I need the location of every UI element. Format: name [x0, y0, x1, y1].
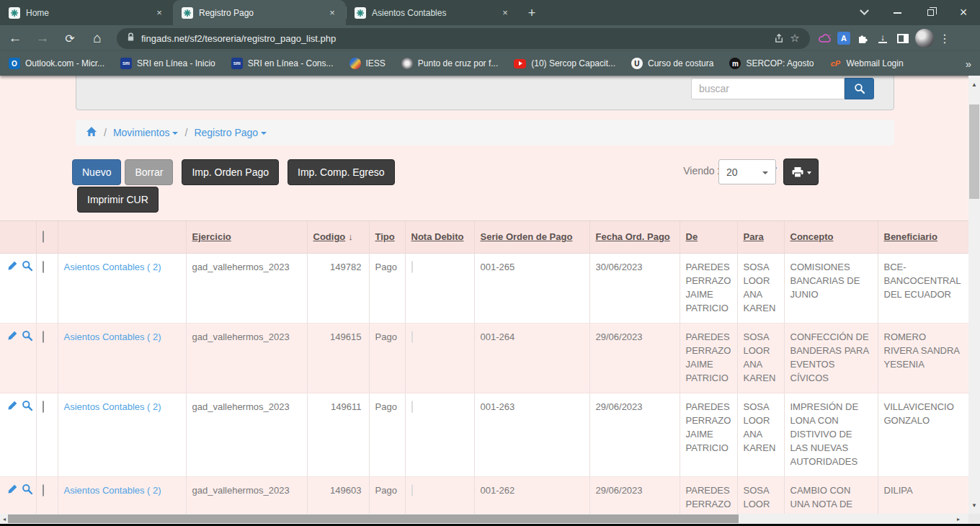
profile-avatar[interactable]: [915, 29, 934, 48]
header-para[interactable]: Para: [737, 221, 784, 253]
side-panel-icon[interactable]: [895, 30, 911, 46]
nuevo-button[interactable]: Nuevo: [72, 159, 121, 185]
cell-tipo: Pago: [369, 253, 405, 323]
cell-asientos-link[interactable]: Asientos Contables ( 2): [58, 476, 186, 514]
row-checkbox[interactable]: [43, 261, 44, 273]
back-icon[interactable]: ←: [3, 27, 27, 49]
minimize-icon[interactable]: [881, 0, 914, 25]
view-icon[interactable]: [22, 483, 33, 499]
row-checkbox[interactable]: [43, 401, 44, 413]
tab-registro-pago[interactable]: Registro Pago ×: [173, 0, 346, 25]
view-icon[interactable]: [22, 260, 33, 275]
scroll-up-icon[interactable]: ▲: [968, 79, 980, 90]
cell-asientos-link[interactable]: Asientos Contables ( 2): [58, 323, 186, 393]
edit-icon[interactable]: [7, 483, 18, 499]
vertical-scrollbar[interactable]: ▲ ▼: [968, 76, 980, 514]
table-row: Asientos Contables ( 2) gad_vallehermos_…: [0, 253, 968, 323]
filter-panel: [76, 76, 894, 110]
header-de[interactable]: De: [680, 221, 737, 253]
cell-beneficiario: ROMERO RIVERA SANDRA YESENIA: [878, 323, 968, 393]
breadcrumb-separator: /: [104, 127, 107, 138]
window-close-icon[interactable]: ×: [947, 0, 980, 25]
select-all-checkbox[interactable]: [43, 231, 44, 243]
tab-home[interactable]: Home ×: [0, 0, 173, 25]
home-icon[interactable]: ⌂: [85, 27, 110, 49]
cell-ejercicio: gad_vallehermos_2023: [186, 393, 307, 476]
cell-ejercicio: gad_vallehermos_2023: [186, 253, 307, 323]
edit-icon[interactable]: [7, 260, 18, 275]
row-checkbox[interactable]: [43, 331, 44, 343]
close-tab-icon[interactable]: ×: [499, 6, 512, 19]
close-tab-icon[interactable]: ×: [153, 6, 166, 19]
header-fecha[interactable]: Fecha Ord. Pago: [589, 221, 680, 253]
horizontal-scrollbar-thumb[interactable]: [8, 514, 739, 523]
borrar-button[interactable]: Borrar: [125, 159, 173, 185]
edit-icon[interactable]: [7, 330, 18, 345]
bookmark-sercop-youtube[interactable]: (10) Sercop Capacit...: [514, 58, 615, 68]
forward-icon[interactable]: →: [30, 27, 55, 49]
bookmark-curso-costura[interactable]: U Curso de costura: [631, 58, 713, 69]
cell-codigo: 149603: [307, 476, 369, 514]
scrollbar-corner: [968, 514, 980, 524]
cell-select: [36, 323, 58, 393]
breadcrumb-movimientos[interactable]: Movimientos: [113, 127, 179, 138]
bookmark-punto-de-cruz[interactable]: Punto de cruz por f...: [401, 58, 498, 69]
sort-desc-icon: ↓: [348, 231, 353, 242]
header-nota-debito[interactable]: Nota Debito: [405, 221, 474, 253]
header-tipo[interactable]: Tipo: [369, 221, 405, 253]
share-icon[interactable]: [771, 30, 787, 46]
header-beneficiario[interactable]: Beneficiario: [878, 221, 968, 253]
address-bar[interactable]: fingads.net/sf2/tesoreria/registro_pago_…: [117, 28, 810, 49]
scroll-right-icon[interactable]: ▸: [954, 514, 963, 524]
breadcrumb-registro-pago[interactable]: Registro Pago: [194, 127, 267, 138]
cell-serie: 001-262: [474, 476, 589, 514]
imp-comp-egreso-button[interactable]: Imp. Comp. Egreso: [288, 159, 395, 185]
search-input[interactable]: [691, 78, 845, 99]
browser-menu-icon[interactable]: ⋮: [938, 32, 951, 45]
header-codigo[interactable]: Codigo↓: [307, 221, 369, 253]
translate-extension-icon[interactable]: A: [837, 32, 850, 45]
bookmark-star-icon[interactable]: ☆: [787, 30, 803, 46]
cell-asientos-link[interactable]: Asientos Contables ( 2): [58, 393, 186, 476]
site-favicon-icon: [9, 7, 20, 19]
caret-down-icon: [807, 171, 811, 174]
page-size-select[interactable]: 20: [718, 159, 776, 184]
header-ejercicio[interactable]: Ejercicio: [186, 221, 307, 253]
new-tab-icon[interactable]: +: [522, 3, 542, 23]
edit-icon[interactable]: [7, 400, 18, 415]
bookmark-outlook[interactable]: O Outlook.com - Micr...: [9, 58, 104, 69]
bookmarks-overflow-icon[interactable]: »: [966, 58, 971, 70]
scroll-down-icon[interactable]: ▼: [968, 499, 980, 511]
row-checkbox[interactable]: [43, 484, 44, 496]
table-header-row: Ejercicio Codigo↓ Tipo Nota Debito Serie…: [0, 221, 968, 253]
caret-down-icon: [261, 132, 267, 135]
cell-fecha: 29/06/2023: [589, 476, 680, 514]
bookmark-sercop-agosto[interactable]: m SERCOP: Agosto: [729, 58, 814, 69]
print-menu-button[interactable]: [783, 159, 819, 185]
view-icon[interactable]: [22, 330, 33, 345]
bookmark-sri-consultas[interactable]: SRI SRI en Línea - Cons...: [231, 58, 334, 69]
view-icon[interactable]: [22, 400, 33, 415]
tab-search-icon[interactable]: [847, 0, 881, 25]
close-tab-icon[interactable]: ×: [326, 6, 339, 19]
header-concepto[interactable]: Concepto: [784, 221, 878, 253]
breadcrumb-home-icon[interactable]: [86, 126, 97, 139]
vertical-scrollbar-thumb[interactable]: [969, 104, 979, 199]
tab-asientos-contables[interactable]: Asientos Contables ×: [346, 0, 519, 25]
bookmark-iess[interactable]: IESS: [349, 58, 386, 69]
reload-icon[interactable]: ⟳: [58, 27, 82, 49]
bookmark-sri-inicio[interactable]: SRI SRI en Línea - Inicio: [120, 58, 215, 69]
cell-asientos-link[interactable]: Asientos Contables ( 2): [58, 253, 186, 323]
imprimir-cur-button[interactable]: Imprimir CUR: [77, 187, 159, 213]
page-content: / Movimientos / Registro Pago Nuevo Borr…: [0, 76, 968, 514]
bookmark-webmail[interactable]: cP Webmail Login: [829, 58, 903, 69]
imp-orden-pago-button[interactable]: Imp. Orden Pago: [182, 159, 279, 185]
bookmarks-bar: O Outlook.com - Micr... SRI SRI en Línea…: [0, 51, 980, 76]
extensions-puzzle-icon[interactable]: [855, 30, 870, 46]
header-serie[interactable]: Serie Orden de Pago: [474, 221, 589, 253]
search-button[interactable]: [845, 78, 874, 99]
downloads-icon[interactable]: ↓: [875, 30, 891, 46]
cloud-extension-icon[interactable]: [817, 30, 833, 46]
horizontal-scrollbar[interactable]: ◂ ▸: [0, 514, 968, 524]
restore-icon[interactable]: [914, 0, 947, 25]
